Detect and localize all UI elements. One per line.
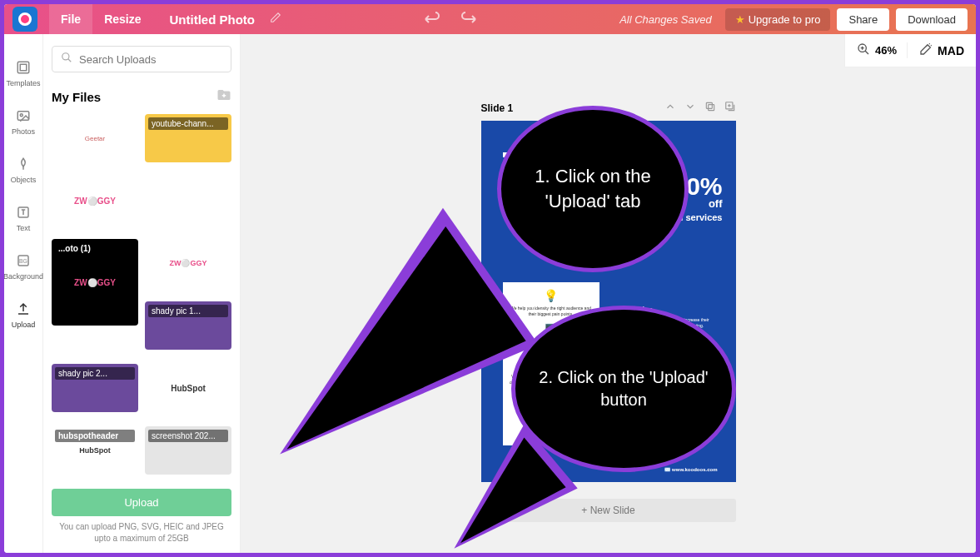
file-thumb[interactable]: shady pic 1...	[145, 301, 231, 350]
search-input[interactable]	[79, 53, 222, 66]
file-thumb[interactable]: youtube-chann...	[145, 114, 231, 162]
file-thumb[interactable]: Geetar	[52, 114, 138, 162]
doc-title: Untitled Photo	[169, 12, 254, 27]
callout-2: 2. Click on the 'Upload' button	[511, 306, 736, 472]
redo-icon[interactable]	[459, 11, 479, 27]
left-nav: Templates Photos Objects Text BG Backgro…	[4, 34, 43, 553]
nav-objects[interactable]: Objects	[4, 146, 42, 194]
file-thumb[interactable]: shady pic 2...	[52, 364, 138, 412]
duplicate-icon[interactable]	[704, 101, 716, 116]
file-menu[interactable]: File	[49, 4, 92, 34]
background-icon: BG	[15, 252, 32, 269]
my-files-heading: My Files	[52, 90, 101, 104]
callout-1: 1. Click on the 'Upload' tab	[497, 106, 689, 272]
canvas-area: 46% MAD Slide 1	[241, 34, 976, 553]
add-folder-icon[interactable]	[216, 87, 231, 106]
uploads-sidebar: My Files Geetar youtube-chann... ZW⚪GGY …	[43, 34, 241, 553]
upload-button[interactable]: Upload	[52, 489, 231, 516]
zoom-icon	[857, 42, 870, 58]
move-down-icon[interactable]	[684, 101, 696, 116]
files-grid: Geetar youtube-chann... ZW⚪GGY ...oto (1…	[52, 114, 231, 482]
share-button[interactable]: Share	[837, 8, 889, 31]
wand-icon	[919, 42, 933, 58]
svg-point-3	[20, 114, 22, 117]
search-icon	[61, 52, 72, 67]
nav-upload[interactable]: Upload	[4, 291, 42, 339]
file-thumb[interactable]: HubSpot	[145, 364, 231, 412]
file-thumb[interactable]: hubspotheaderHubSpot	[52, 426, 138, 475]
app-header: File Resize Untitled Photo All Changes S…	[4, 4, 976, 34]
undo-icon[interactable]	[422, 11, 442, 27]
upload-icon	[15, 301, 32, 317]
zoom-control[interactable]: 46%	[857, 42, 897, 58]
mad-button[interactable]: MAD	[907, 42, 964, 58]
photos-icon	[15, 107, 32, 124]
svg-rect-9	[708, 105, 714, 111]
resize-menu[interactable]: Resize	[92, 4, 152, 34]
text-icon	[15, 204, 32, 221]
upgrade-button[interactable]: ★ Upgrade to pro	[725, 8, 831, 31]
file-thumb[interactable]: ZW⚪GGY	[145, 239, 231, 287]
nav-templates[interactable]: Templates	[4, 49, 42, 97]
canvas-toolbar: 46% MAD	[844, 34, 976, 67]
svg-point-7	[62, 53, 69, 60]
edit-title-icon[interactable]	[270, 12, 281, 27]
file-thumb[interactable]	[145, 177, 231, 225]
svg-text:BG: BG	[19, 258, 27, 264]
file-thumb[interactable]: ...oto (1)ZW⚪GGY	[52, 239, 138, 326]
svg-rect-0	[17, 62, 29, 73]
svg-rect-10	[706, 102, 712, 108]
nav-photos[interactable]: Photos	[4, 97, 42, 146]
svg-rect-1	[20, 64, 27, 71]
download-button[interactable]: Download	[896, 8, 968, 31]
upload-hint: You can upload PNG, SVG, HEIC and JPEG u…	[52, 521, 231, 553]
file-thumb[interactable]: screenshot 202...	[145, 426, 231, 475]
nav-text[interactable]: Text	[4, 194, 42, 242]
templates-icon	[15, 59, 32, 76]
save-status: All Changes Saved	[619, 13, 712, 26]
star-icon: ★	[735, 13, 745, 26]
nav-background[interactable]: BG Background	[4, 242, 42, 291]
search-box[interactable]	[52, 46, 231, 72]
file-thumb[interactable]: ZW⚪GGY	[52, 177, 138, 225]
app-logo[interactable]	[12, 7, 37, 32]
slide-title: Slide 1	[481, 102, 514, 114]
add-slide-icon[interactable]	[724, 101, 736, 116]
objects-icon	[15, 156, 32, 172]
move-up-icon[interactable]	[664, 101, 676, 116]
